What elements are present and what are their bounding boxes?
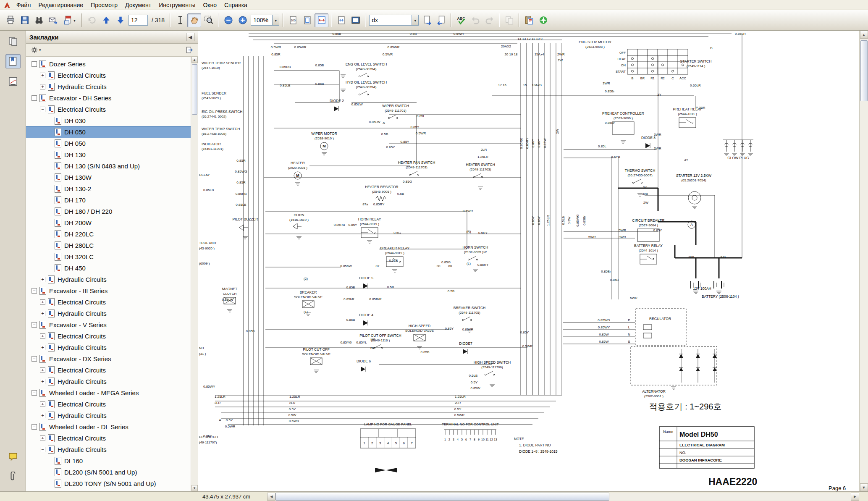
attachments-panel-button[interactable] [5,470,21,484]
bookmark-item[interactable]: DL200 TONY (S/N 5001 and Up) [26,478,191,489]
dropdown-caret-icon[interactable]: ▾ [412,15,418,25]
expand-icon[interactable]: + [40,84,45,89]
expand-current-bookmark-button[interactable] [184,45,195,55]
collapse-icon[interactable]: − [31,95,37,101]
bookmark-item[interactable]: −Electrical Circuits [26,104,191,115]
bookmarks-scroll-down-button[interactable]: ▼ [191,485,198,491]
spellcheck-button[interactable]: ABC [454,13,468,27]
bookmark-options-button[interactable]: ▾ [29,45,43,55]
page-down-button[interactable] [113,13,127,27]
expand-icon[interactable]: + [40,299,45,305]
bookmark-item[interactable]: −Hydraulic Circuits [26,444,191,455]
horizontal-scrollbar-track[interactable] [275,493,851,501]
expand-icon[interactable]: + [40,435,45,441]
collapse-icon[interactable]: − [31,288,37,294]
expand-icon[interactable]: + [40,311,45,316]
select-tool-button[interactable] [173,13,187,27]
bookmark-item[interactable]: +Hydraulic Circuits [26,410,191,421]
dropdown-caret-icon[interactable]: ▾ [73,18,76,23]
collapse-icon[interactable]: − [31,424,37,430]
bookmark-item[interactable]: DH 320LC [26,251,191,262]
zoom-in-button[interactable] [236,13,249,27]
bookmark-item[interactable]: DH 220LC [26,228,191,240]
collapse-icon[interactable]: − [31,390,37,396]
signatures-panel-button[interactable] [5,74,21,89]
email-button[interactable] [46,13,60,27]
find-input[interactable]: dx▾ [369,15,419,26]
bookmarks-scrollbar-thumb[interactable] [192,64,197,115]
collapse-icon[interactable]: − [31,322,37,328]
zoom-out-button[interactable] [221,13,235,27]
bookmark-item[interactable]: +Electrical Circuits [26,433,191,444]
comments-panel-button[interactable] [5,449,21,464]
menu-item-1[interactable]: Редактирование [34,1,87,9]
expand-icon[interactable]: + [40,379,45,384]
bookmark-item[interactable]: DH 180 / DH 220 [26,206,191,217]
search-button[interactable] [32,13,46,27]
menu-item-6[interactable]: Справка [220,1,251,9]
bookmark-item[interactable]: DH 130 (S/N 0483 and Up) [26,160,191,172]
bookmarks-panel-button[interactable] [5,54,21,68]
bookmark-item[interactable]: −Excavator - V Series [26,319,191,331]
bookmark-item[interactable]: DH 130W [26,172,191,183]
expand-icon[interactable]: + [40,333,45,339]
collapse-icon[interactable]: − [31,61,37,67]
bookmark-item[interactable]: DH 200W [26,217,191,228]
print-button[interactable] [3,13,17,27]
bookmark-item[interactable]: DL200 (S/N 5001 and Up) [26,467,191,478]
bookmarks-scroll-up-button[interactable]: ▲ [191,57,198,63]
collapse-icon[interactable]: − [31,356,37,362]
find-next-button[interactable] [420,13,434,27]
find-previous-button[interactable] [434,13,448,27]
expand-icon[interactable]: + [40,277,45,282]
bookmark-item[interactable]: +Hydraulic Circuits [26,81,191,92]
bookmark-item[interactable]: DH 050 [26,138,191,149]
fit-visible-button[interactable] [334,13,348,27]
fit-width-button[interactable] [315,13,328,27]
bookmark-item[interactable]: −Excavator - DX Series [26,353,191,365]
bookmark-item[interactable]: DH 280LC [26,240,191,251]
bookmarks-scrollbar[interactable]: ▲ ▼ [191,57,198,491]
bookmark-item[interactable]: −Excavator - DH Series [26,92,191,104]
page-number-input[interactable]: 12 [128,15,148,26]
zoom-level-input[interactable]: 100%▾ [251,15,279,26]
pages-panel-button[interactable] [5,34,21,48]
bookmark-item[interactable]: DH 130-2 [26,183,191,194]
fit-page-button[interactable] [300,13,314,27]
menu-item-4[interactable]: Инструменты [155,1,199,9]
menu-item-0[interactable]: Файл [13,1,34,9]
expand-icon[interactable]: + [40,367,45,373]
menu-item-3[interactable]: Документ [121,1,155,9]
scroll-left-button[interactable]: ◀ [267,493,275,501]
bookmark-item[interactable]: +Hydraulic Circuits [26,308,191,319]
bookmark-item[interactable]: −Excavator - III Series [26,285,191,296]
bookmark-item[interactable]: DH 170 [26,194,191,206]
create-pdf-button[interactable]: ▾ [60,13,79,27]
page-up-button[interactable] [99,13,113,27]
collapse-icon[interactable]: − [40,447,45,452]
bookmark-item[interactable]: +Electrical Circuits [26,70,191,81]
horizontal-scrollbar[interactable]: ◀ ▶ [267,492,859,501]
bookmark-item[interactable]: +Electrical Circuits [26,365,191,376]
menu-item-2[interactable]: Просмотр [87,1,121,9]
bookmark-item[interactable]: DH 450 [26,262,191,274]
bookmark-item[interactable]: −Wheeled Loader - MEGA Series [26,387,191,399]
dropdown-caret-icon[interactable]: ▾ [272,15,279,25]
vertical-scrollbar[interactable]: ▲ ▼ [859,31,868,491]
scroll-up-button[interactable]: ▲ [860,31,868,39]
actual-size-button[interactable]: 100 [286,13,300,27]
bookmark-item[interactable]: +Electrical Circuits [26,399,191,410]
marquee-zoom-button[interactable] [202,13,215,27]
hand-tool-button[interactable] [187,13,201,27]
bookmark-item[interactable]: −Wheeled Loader - DL Series [26,421,191,433]
collapse-icon[interactable]: − [40,107,45,112]
scroll-right-button[interactable]: ▶ [851,493,859,501]
bookmark-item[interactable]: DL160 [26,455,191,467]
bookmark-item[interactable]: DH 130 [26,149,191,160]
menu-item-5[interactable]: Окно [199,1,220,9]
expand-icon[interactable]: + [40,345,45,350]
bookmark-item[interactable]: +Electrical Circuits [26,296,191,308]
bookmark-item[interactable]: DH 030 [26,115,191,126]
paste-clipboard-button[interactable] [522,13,536,27]
horizontal-scrollbar-thumb[interactable] [275,493,609,501]
